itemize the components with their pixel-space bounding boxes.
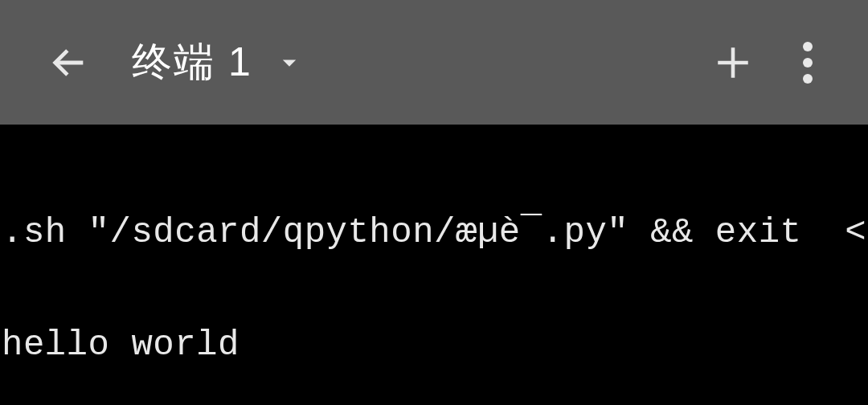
- more-vert-icon: [803, 42, 813, 84]
- dropdown-icon: [278, 51, 301, 74]
- app-header: 终端 1: [0, 0, 868, 125]
- add-button[interactable]: [709, 39, 757, 87]
- terminal-title-dropdown[interactable]: 终端 1: [132, 35, 301, 89]
- svg-point-0: [803, 42, 813, 51]
- svg-point-2: [803, 74, 813, 84]
- more-button[interactable]: [796, 39, 820, 87]
- terminal-line: .sh "/sdcard/qpython/æµè¯.py" && exit < …: [2, 214, 868, 252]
- plus-icon: [713, 43, 753, 83]
- back-arrow-icon: [48, 42, 90, 84]
- svg-point-1: [803, 58, 813, 68]
- terminal-line: hello world: [2, 326, 868, 364]
- terminal-title: 终端 1: [132, 35, 252, 89]
- terminal-output[interactable]: .sh "/sdcard/qpython/æµè¯.py" && exit < …: [0, 125, 868, 405]
- back-button[interactable]: [45, 39, 93, 87]
